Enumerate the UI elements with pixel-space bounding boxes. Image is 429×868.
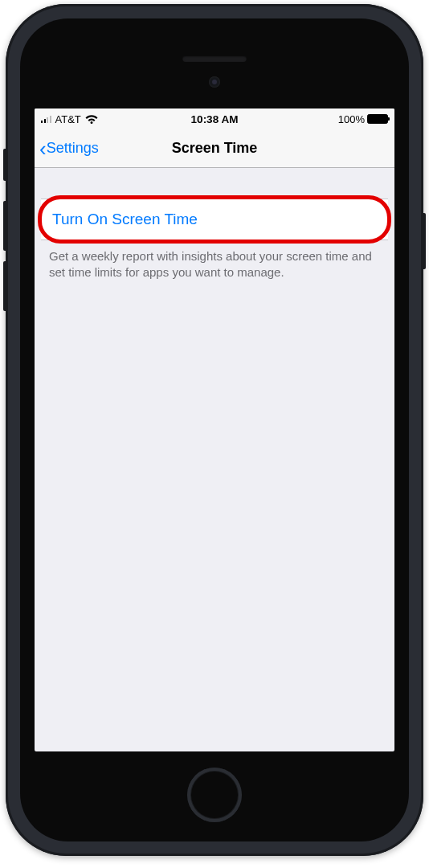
screen: AT&T 10:38 AM 100% ‹ Settings Screen Tim… xyxy=(35,108,394,751)
status-bar: AT&T 10:38 AM 100% xyxy=(35,108,394,129)
clock: 10:38 AM xyxy=(191,113,239,125)
turn-on-screen-time-cell[interactable]: Turn On Screen Time xyxy=(41,199,388,240)
wifi-icon xyxy=(85,114,98,124)
footer-description: Get a weekly report with insights about … xyxy=(35,240,394,289)
battery-icon xyxy=(367,114,388,124)
turn-on-screen-time-label: Turn On Screen Time xyxy=(52,211,198,227)
device-speaker xyxy=(182,55,247,62)
device-camera xyxy=(209,76,220,88)
content: Turn On Screen Time Get a weekly report … xyxy=(35,168,394,289)
home-button[interactable] xyxy=(187,768,242,822)
back-button[interactable]: ‹ Settings xyxy=(39,138,99,159)
back-label: Settings xyxy=(47,140,99,157)
page-title: Screen Time xyxy=(172,140,258,157)
carrier-label: AT&T xyxy=(55,113,81,125)
device-bezel: AT&T 10:38 AM 100% ‹ Settings Screen Tim… xyxy=(20,18,409,841)
battery-percent: 100% xyxy=(338,113,365,125)
nav-bar: ‹ Settings Screen Time xyxy=(35,129,394,168)
device-frame: AT&T 10:38 AM 100% ‹ Settings Screen Tim… xyxy=(6,4,423,856)
chevron-left-icon: ‹ xyxy=(39,138,47,159)
signal-icon xyxy=(41,115,51,123)
